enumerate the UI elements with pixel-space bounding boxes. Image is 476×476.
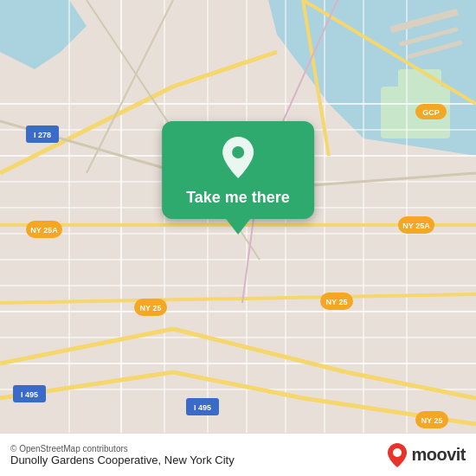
svg-text:I 495: I 495 [21, 390, 38, 399]
svg-text:NY 25A: NY 25A [402, 222, 430, 230]
svg-rect-6 [398, 69, 441, 104]
svg-text:I 495: I 495 [194, 403, 211, 412]
osm-attribution: © OpenStreetMap contributors [10, 444, 235, 453]
moovit-pin-icon [388, 443, 407, 467]
svg-text:I 278: I 278 [34, 131, 51, 139]
map-container[interactable]: I 278 I 495 I 495 NY 25A NY 25A NY 25 NY… [0, 0, 476, 433]
location-name: Dunolly Gardens Cooperative, New York Ci… [10, 453, 235, 466]
bottom-bar: © OpenStreetMap contributors Dunolly Gar… [0, 433, 476, 476]
svg-point-67 [232, 146, 244, 158]
svg-point-68 [393, 448, 402, 457]
svg-text:NY 25: NY 25 [421, 416, 443, 425]
svg-text:NY 25: NY 25 [326, 298, 348, 306]
take-me-there-card[interactable]: Take me there [162, 121, 314, 219]
svg-text:NY 25: NY 25 [140, 304, 162, 312]
take-me-there-button[interactable]: Take me there [186, 189, 290, 207]
moovit-logo: moovit [388, 443, 466, 467]
location-pin-icon [221, 137, 255, 178]
svg-text:GCP: GCP [422, 108, 440, 117]
moovit-brand-text: moovit [411, 445, 466, 465]
button-overlay: Take me there [162, 121, 314, 235]
location-icon-wrap [221, 137, 255, 182]
svg-text:NY 25A: NY 25A [30, 226, 58, 235]
bottom-info: © OpenStreetMap contributors Dunolly Gar… [10, 444, 235, 466]
